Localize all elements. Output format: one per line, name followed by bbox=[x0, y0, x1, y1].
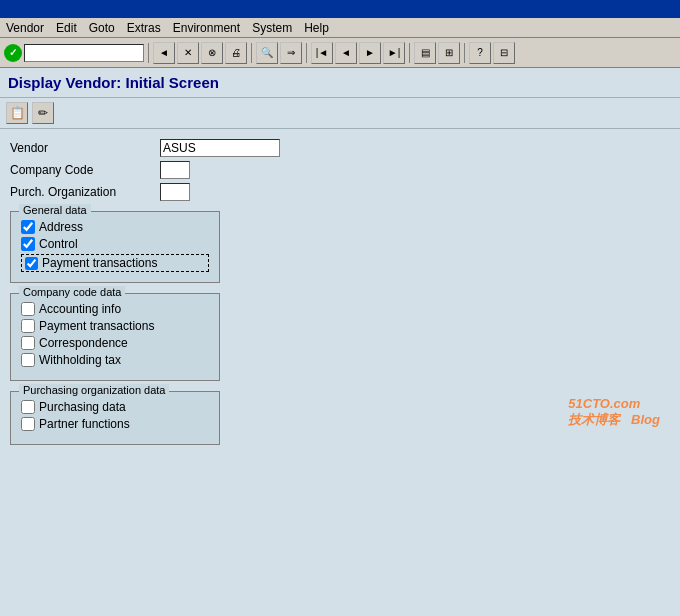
payment-transactions-cc-row: Payment transactions bbox=[21, 319, 209, 333]
last-btn[interactable]: ►| bbox=[383, 42, 405, 64]
accounting-info-checkbox[interactable] bbox=[21, 302, 35, 316]
display-btn[interactable]: 📋 bbox=[6, 102, 28, 124]
find-next-btn[interactable]: ⇒ bbox=[280, 42, 302, 64]
purchasing-data-checkbox[interactable] bbox=[21, 400, 35, 414]
exit-btn[interactable]: ✕ bbox=[177, 42, 199, 64]
local-layout-btn[interactable]: ▤ bbox=[414, 42, 436, 64]
back-btn[interactable]: ◄ bbox=[153, 42, 175, 64]
company-code-row: Company Code bbox=[10, 161, 670, 179]
menu-edit[interactable]: Edit bbox=[56, 21, 77, 35]
address-row: Address bbox=[21, 220, 209, 234]
help-btn[interactable]: ? bbox=[469, 42, 491, 64]
control-row: Control bbox=[21, 237, 209, 251]
partner-functions-label: Partner functions bbox=[39, 417, 130, 431]
partner-functions-row: Partner functions bbox=[21, 417, 209, 431]
correspondence-row: Correspondence bbox=[21, 336, 209, 350]
general-data-section: General data Address Control Payment tra… bbox=[10, 211, 220, 283]
company-code-label: Company Code bbox=[10, 163, 160, 177]
menu-help[interactable]: Help bbox=[304, 21, 329, 35]
purch-org-row: Purch. Organization bbox=[10, 183, 670, 201]
main-content: Vendor Company Code Purch. Organization … bbox=[0, 129, 680, 459]
customize-btn[interactable]: ⊟ bbox=[493, 42, 515, 64]
menu-environment[interactable]: Environment bbox=[173, 21, 240, 35]
vendor-row: Vendor bbox=[10, 139, 670, 157]
menu-bar: Vendor Edit Goto Extras Environment Syst… bbox=[0, 18, 680, 38]
toolbar: ✓ ◄ ✕ ⊗ 🖨 🔍 ⇒ |◄ ◄ ► ►| ▤ ⊞ ? ⊟ bbox=[0, 38, 680, 68]
command-input[interactable] bbox=[24, 44, 144, 62]
menu-goto[interactable]: Goto bbox=[89, 21, 115, 35]
payment-transactions-checkbox-general[interactable] bbox=[25, 257, 38, 270]
payment-transactions-label-general: Payment transactions bbox=[42, 256, 157, 270]
purch-org-input[interactable] bbox=[160, 183, 190, 201]
purchasing-data-row: Purchasing data bbox=[21, 400, 209, 414]
separator-3 bbox=[306, 43, 307, 63]
purchasing-data-label: Purchasing data bbox=[39, 400, 126, 414]
address-checkbox[interactable] bbox=[21, 220, 35, 234]
withholding-tax-checkbox[interactable] bbox=[21, 353, 35, 367]
title-bar bbox=[0, 0, 680, 18]
purchasing-org-section: Purchasing organization data Purchasing … bbox=[10, 391, 220, 445]
vendor-label: Vendor bbox=[10, 141, 160, 155]
next-btn[interactable]: ► bbox=[359, 42, 381, 64]
purch-org-label: Purch. Organization bbox=[10, 185, 160, 199]
partner-functions-checkbox[interactable] bbox=[21, 417, 35, 431]
prev-btn[interactable]: ◄ bbox=[335, 42, 357, 64]
accounting-info-row: Accounting info bbox=[21, 302, 209, 316]
company-code-input[interactable] bbox=[160, 161, 190, 179]
purchasing-org-title: Purchasing organization data bbox=[19, 384, 169, 396]
correspondence-checkbox[interactable] bbox=[21, 336, 35, 350]
withholding-tax-label: Withholding tax bbox=[39, 353, 121, 367]
ok-icon[interactable]: ✓ bbox=[4, 44, 22, 62]
settings-btn[interactable]: ⊞ bbox=[438, 42, 460, 64]
control-checkbox[interactable] bbox=[21, 237, 35, 251]
print-btn[interactable]: 🖨 bbox=[225, 42, 247, 64]
cancel-btn[interactable]: ⊗ bbox=[201, 42, 223, 64]
secondary-toolbar: 📋 ✏ bbox=[0, 98, 680, 129]
find-btn[interactable]: 🔍 bbox=[256, 42, 278, 64]
separator-5 bbox=[464, 43, 465, 63]
payment-transactions-label-cc: Payment transactions bbox=[39, 319, 154, 333]
control-label: Control bbox=[39, 237, 78, 251]
company-code-section-title: Company code data bbox=[19, 286, 125, 298]
menu-system[interactable]: System bbox=[252, 21, 292, 35]
menu-extras[interactable]: Extras bbox=[127, 21, 161, 35]
separator-1 bbox=[148, 43, 149, 63]
general-data-title: General data bbox=[19, 204, 91, 216]
change-btn[interactable]: ✏ bbox=[32, 102, 54, 124]
menu-vendor[interactable]: Vendor bbox=[6, 21, 44, 35]
withholding-tax-row: Withholding tax bbox=[21, 353, 209, 367]
company-code-section: Company code data Accounting info Paymen… bbox=[10, 293, 220, 381]
page-title-bar: Display Vendor: Initial Screen bbox=[0, 68, 680, 98]
payment-transactions-checkbox-cc[interactable] bbox=[21, 319, 35, 333]
accounting-info-label: Accounting info bbox=[39, 302, 121, 316]
vendor-input[interactable] bbox=[160, 139, 280, 157]
page-title: Display Vendor: Initial Screen bbox=[8, 74, 219, 91]
address-label: Address bbox=[39, 220, 83, 234]
separator-4 bbox=[409, 43, 410, 63]
separator-2 bbox=[251, 43, 252, 63]
correspondence-label: Correspondence bbox=[39, 336, 128, 350]
first-btn[interactable]: |◄ bbox=[311, 42, 333, 64]
payment-transactions-highlight: Payment transactions bbox=[21, 254, 209, 272]
